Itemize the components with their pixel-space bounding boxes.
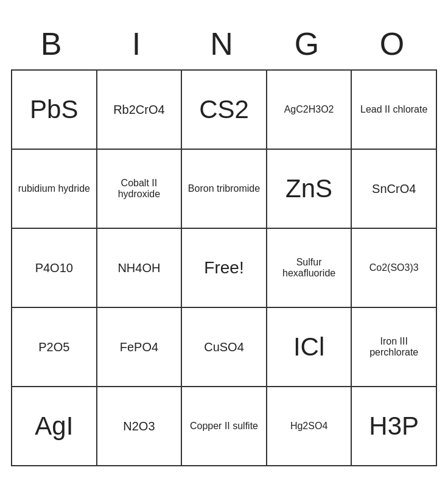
cell-r4-c0[interactable]: AgI bbox=[12, 387, 97, 466]
cell-r0-c2[interactable]: CS2 bbox=[182, 71, 267, 150]
cell-text-r2-c1: NH4OH bbox=[117, 261, 160, 275]
cell-r0-c3[interactable]: AgC2H3O2 bbox=[267, 71, 352, 150]
cell-text-r0-c1: Rb2CrO4 bbox=[113, 103, 164, 117]
cell-text-r1-c0: rubidium hydride bbox=[18, 183, 90, 194]
cell-text-r4-c1: N2O3 bbox=[123, 419, 155, 433]
cell-text-r1-c4: SnCrO4 bbox=[372, 182, 416, 196]
cell-r3-c1[interactable]: FePO4 bbox=[97, 308, 183, 387]
header-letter-b: B bbox=[11, 21, 96, 67]
cell-r0-c1[interactable]: Rb2CrO4 bbox=[97, 71, 183, 150]
cell-r2-c0[interactable]: P4O10 bbox=[12, 229, 97, 308]
cell-text-r0-c4: Lead II chlorate bbox=[360, 104, 427, 115]
cell-r2-c4[interactable]: Co2(SO3)3 bbox=[352, 229, 437, 308]
header-letter-o: O bbox=[352, 21, 437, 67]
cell-r3-c2[interactable]: CuSO4 bbox=[182, 308, 267, 387]
cell-text-r0-c2: CS2 bbox=[199, 95, 249, 124]
header-letter-n: N bbox=[181, 21, 267, 67]
cell-text-r3-c1: FePO4 bbox=[120, 340, 158, 354]
cell-r4-c4[interactable]: H3P bbox=[352, 387, 437, 466]
cell-text-r2-c3: Sulfur hexafluoride bbox=[272, 257, 346, 279]
bingo-card: BINGO PbSRb2CrO4CS2AgC2H3O2Lead II chlor… bbox=[11, 21, 437, 466]
cell-r3-c3[interactable]: ICl bbox=[267, 308, 352, 387]
header-letter-i: I bbox=[96, 21, 181, 67]
cell-text-r3-c2: CuSO4 bbox=[204, 340, 244, 354]
cell-text-r4-c3: Hg2SO4 bbox=[290, 421, 327, 432]
cell-r1-c0[interactable]: rubidium hydride bbox=[12, 150, 97, 229]
cell-text-r0-c3: AgC2H3O2 bbox=[284, 104, 334, 115]
cell-r3-c4[interactable]: Iron III perchlorate bbox=[352, 308, 437, 387]
cell-text-r2-c2: Free! bbox=[204, 258, 243, 278]
cell-text-r2-c4: Co2(SO3)3 bbox=[369, 262, 419, 273]
cell-r1-c3[interactable]: ZnS bbox=[267, 150, 352, 229]
cell-text-r1-c3: ZnS bbox=[285, 174, 332, 203]
cell-r4-c1[interactable]: N2O3 bbox=[97, 387, 183, 466]
header-letter-g: G bbox=[267, 21, 352, 67]
cell-text-r2-c0: P4O10 bbox=[35, 261, 73, 275]
cell-r0-c4[interactable]: Lead II chlorate bbox=[352, 71, 437, 150]
bingo-grid: PbSRb2CrO4CS2AgC2H3O2Lead II chloraterub… bbox=[11, 69, 437, 466]
cell-text-r4-c2: Copper II sulfite bbox=[190, 421, 258, 432]
cell-r2-c2[interactable]: Free! bbox=[182, 229, 267, 308]
cell-text-r1-c1: Cobalt II hydroxide bbox=[102, 178, 177, 200]
cell-r2-c3[interactable]: Sulfur hexafluoride bbox=[267, 229, 352, 308]
cell-r1-c2[interactable]: Boron tribromide bbox=[182, 150, 267, 229]
cell-r2-c1[interactable]: NH4OH bbox=[97, 229, 183, 308]
cell-r4-c2[interactable]: Copper II sulfite bbox=[182, 387, 267, 466]
cell-text-r4-c4: H3P bbox=[369, 412, 419, 441]
cell-text-r4-c0: AgI bbox=[35, 412, 73, 441]
cell-r1-c4[interactable]: SnCrO4 bbox=[352, 150, 437, 229]
cell-r3-c0[interactable]: P2O5 bbox=[12, 308, 97, 387]
cell-r0-c0[interactable]: PbS bbox=[12, 71, 97, 150]
cell-text-r3-c3: ICl bbox=[293, 332, 324, 362]
cell-text-r3-c4: Iron III perchlorate bbox=[357, 336, 431, 358]
bingo-header: BINGO bbox=[11, 21, 437, 67]
cell-text-r1-c2: Boron tribromide bbox=[188, 183, 260, 194]
cell-r1-c1[interactable]: Cobalt II hydroxide bbox=[97, 150, 183, 229]
cell-text-r0-c0: PbS bbox=[30, 95, 78, 124]
cell-text-r3-c0: P2O5 bbox=[38, 340, 69, 354]
cell-r4-c3[interactable]: Hg2SO4 bbox=[267, 387, 352, 466]
